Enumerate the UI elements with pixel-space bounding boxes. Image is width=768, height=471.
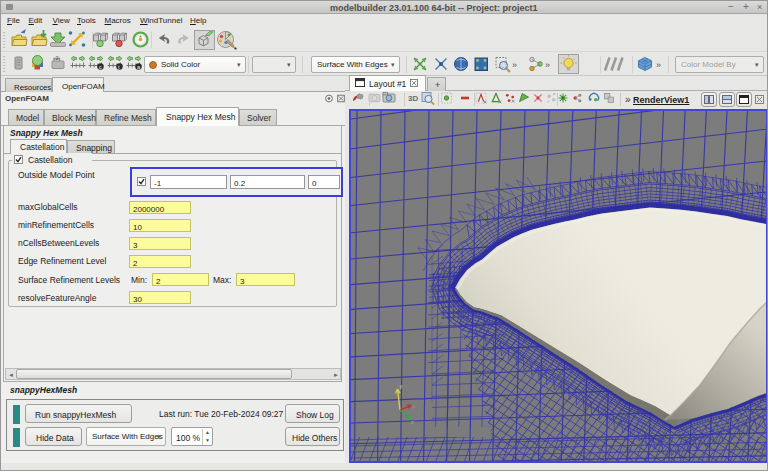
svg-text:2: 2 (56, 55, 59, 61)
svg-text:y: y (400, 383, 403, 389)
svg-text:»: » (545, 60, 550, 70)
svg-text:»: » (656, 60, 661, 70)
svg-text:z: z (411, 419, 414, 425)
svg-text:c: c (99, 64, 102, 70)
svg-text:»: » (512, 60, 517, 70)
svg-text:x: x (413, 403, 416, 409)
svg-text:3D: 3D (408, 94, 418, 103)
